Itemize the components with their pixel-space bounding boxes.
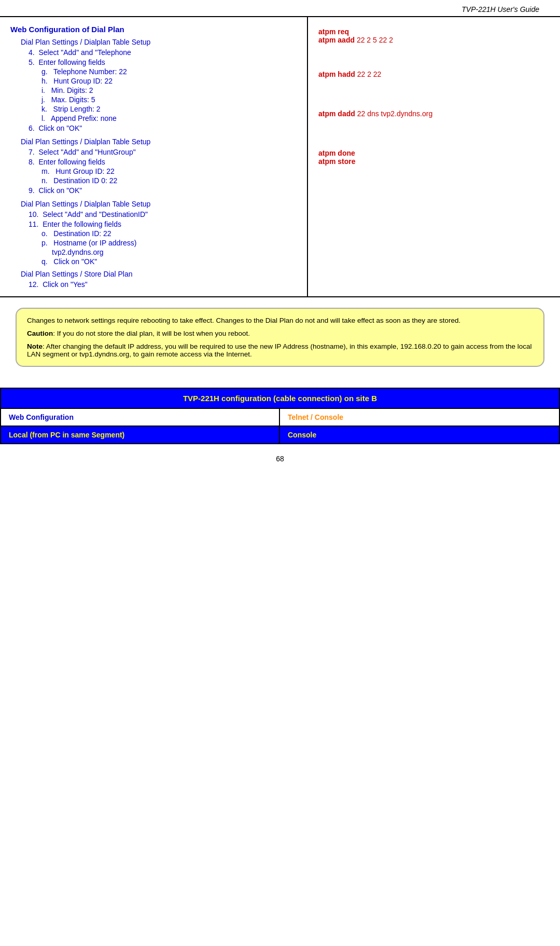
cmd-block-2: atpm hadd 22 2 22 bbox=[318, 70, 550, 78]
sub-section-2: Dial Plan Settings / Dialplan Table Setu… bbox=[21, 138, 297, 146]
bottom-table-header: TVP-221H configuration (cable connection… bbox=[1, 389, 559, 408]
step-11: 11. Enter the following fields bbox=[29, 220, 297, 228]
notice-line2: Caution: If you do not store the dial pl… bbox=[27, 330, 533, 337]
cmd3-value: 22 2 22 bbox=[357, 70, 382, 78]
left-column: Web Configuration of Dial Plan Dial Plan… bbox=[0, 17, 308, 296]
sub-section-1: Dial Plan Settings / Dialplan Table Setu… bbox=[21, 38, 297, 46]
step-6: 6. Click on "OK" bbox=[29, 124, 297, 132]
sub-item-g: g. Telephone Number: 22 bbox=[41, 67, 297, 76]
bottom-cell-web-config: Web Configuration bbox=[1, 409, 280, 426]
notice-box: Changes to network settings require rebo… bbox=[16, 308, 544, 367]
page-header: TVP-221H User's Guide bbox=[0, 0, 560, 17]
sub-section-4: Dial Plan Settings / Store Dial Plan bbox=[21, 270, 297, 278]
bottom-row-1: Web Configuration Telnet / Console bbox=[1, 408, 559, 426]
sub-item-p2: tvp2.dyndns.org bbox=[52, 248, 297, 256]
header-title: TVP-221H User's Guide bbox=[461, 5, 539, 13]
sub-item-k: k. Strip Length: 2 bbox=[41, 105, 297, 113]
cmd6: atpm store bbox=[318, 157, 356, 166]
cmd2-value: 22 2 5 22 2 bbox=[357, 36, 393, 44]
cmd-block-3: atpm dadd 22 dns tvp2.dyndns.org bbox=[318, 109, 550, 118]
step-10: 10. Select "Add" and "DestinationID" bbox=[29, 210, 297, 218]
bottom-row-2: Local (from PC in same Segment) Console bbox=[1, 426, 559, 443]
content-area: Web Configuration of Dial Plan Dial Plan… bbox=[0, 17, 560, 297]
sub-item-m: m. Hunt Group ID: 22 bbox=[41, 167, 297, 175]
cmd5: atpm done bbox=[318, 149, 355, 157]
step-4: 4. Select "Add" and "Telephone bbox=[29, 48, 297, 57]
bottom-table: TVP-221H configuration (cable connection… bbox=[0, 388, 560, 444]
notice-line3: Note: After changing the default IP addr… bbox=[27, 342, 533, 358]
cmd4-value: 22 dns tvp2.dyndns.org bbox=[357, 109, 433, 118]
bottom-cell-telnet: Telnet / Console bbox=[280, 409, 559, 426]
sub-item-n: n. Destination ID 0: 22 bbox=[41, 176, 297, 185]
step-12: 12. Click on "Yes" bbox=[29, 280, 297, 289]
cmd-block-4: atpm done atpm store bbox=[318, 149, 550, 166]
sub-item-j: j. Max. Digits: 5 bbox=[41, 95, 297, 104]
step-9: 9. Click on "OK" bbox=[29, 186, 297, 195]
page-footer: 68 bbox=[0, 449, 560, 468]
cmd1: atpm req bbox=[318, 28, 349, 36]
bottom-cell-local: Local (from PC in same Segment) bbox=[1, 427, 280, 443]
section-title: Web Configuration of Dial Plan bbox=[10, 25, 297, 34]
right-column: atpm req atpm aadd 22 2 5 22 2 atpm hadd… bbox=[308, 17, 560, 296]
notice-line1: Changes to network settings require rebo… bbox=[27, 317, 533, 324]
sub-item-p: p. Hostname (or IP address) bbox=[41, 239, 297, 247]
sub-item-o: o. Destination ID: 22 bbox=[41, 229, 297, 238]
sub-item-q: q. Click on "OK" bbox=[41, 257, 297, 266]
sub-item-l: l. Append Prefix: none bbox=[41, 114, 297, 122]
step-7: 7. Select "Add" and "HuntGroup" bbox=[29, 148, 297, 156]
sub-section-3: Dial Plan Settings / Dialplan Table Setu… bbox=[21, 200, 297, 208]
sub-item-i: i. Min. Digits: 2 bbox=[41, 86, 297, 94]
bottom-cell-console: Console bbox=[280, 427, 559, 443]
cmd2-label: atpm aadd bbox=[318, 36, 355, 44]
step-8: 8. Enter following fields bbox=[29, 158, 297, 166]
cmd4-label: atpm dadd bbox=[318, 109, 355, 118]
sub-item-h: h. Hunt Group ID: 22 bbox=[41, 77, 297, 85]
cmd3-label: atpm hadd bbox=[318, 70, 355, 78]
step-5: 5. Enter following fields bbox=[29, 58, 297, 66]
notice-area: Changes to network settings require rebo… bbox=[0, 297, 560, 382]
cmd-block-1: atpm req atpm aadd 22 2 5 22 2 bbox=[318, 28, 550, 44]
page-number: 68 bbox=[276, 455, 284, 463]
